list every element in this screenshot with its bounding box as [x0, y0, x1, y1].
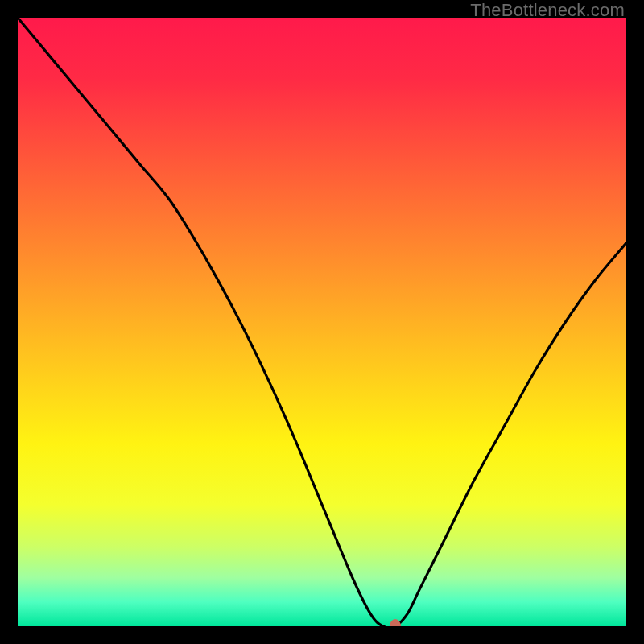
watermark-text: TheBottleneck.com — [470, 0, 625, 21]
bottleneck-curve — [18, 18, 626, 626]
plot-area — [18, 18, 626, 626]
chart-frame: TheBottleneck.com — [0, 0, 644, 644]
